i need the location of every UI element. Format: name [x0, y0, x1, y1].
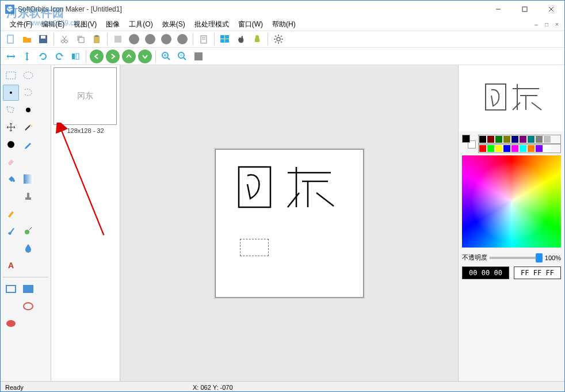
blur-tool[interactable]: [20, 240, 36, 256]
text-tool[interactable]: A: [3, 257, 19, 273]
menu-help[interactable]: 帮助(H): [268, 18, 300, 31]
color-swatch[interactable]: [543, 135, 551, 143]
new-file-button[interactable]: [4, 32, 18, 46]
android-icon[interactable]: [250, 32, 264, 46]
color-swatch[interactable]: [511, 144, 519, 153]
brush-size-small[interactable]: [3, 85, 19, 101]
menu-window[interactable]: 窗口(W): [234, 18, 268, 31]
paintbrush-tool[interactable]: [3, 223, 19, 239]
brush-tool[interactable]: [3, 205, 19, 222]
color-swatch[interactable]: [487, 144, 495, 153]
color-swatch[interactable]: [535, 144, 543, 153]
color-replace-tool[interactable]: [20, 223, 36, 239]
nav-right-button[interactable]: [106, 50, 120, 63]
stop-button[interactable]: [192, 50, 205, 63]
color-swatch[interactable]: [527, 135, 535, 143]
menu-effects[interactable]: 效果(S): [158, 18, 190, 31]
copy-button[interactable]: [74, 32, 87, 46]
pencil-tool[interactable]: [20, 136, 36, 153]
color-swatch[interactable]: [519, 144, 527, 153]
menu-edit[interactable]: 编辑(E): [37, 18, 69, 31]
svg-line-52: [25, 125, 30, 130]
color-swatch[interactable]: [479, 135, 487, 143]
menu-tools[interactable]: 工具(O): [124, 18, 157, 31]
circle-2-button[interactable]: [143, 32, 157, 46]
opacity-value: 100%: [545, 254, 561, 261]
color-swatch[interactable]: [503, 144, 511, 153]
menu-file[interactable]: 文件(F): [5, 18, 37, 31]
editing-canvas[interactable]: [215, 149, 364, 298]
color-swatch[interactable]: [511, 135, 519, 143]
mdi-restore[interactable]: □: [543, 20, 551, 28]
mdi-close[interactable]: ×: [553, 20, 561, 28]
fit-height-button[interactable]: [20, 50, 34, 63]
fg-bg-swatch[interactable]: [462, 135, 476, 149]
thumbnail-label: 128x128 - 32: [54, 127, 117, 134]
tool-panel: A: [1, 65, 51, 381]
color-swatch[interactable]: [495, 135, 503, 143]
flip-button[interactable]: [68, 50, 82, 63]
maximize-button[interactable]: [511, 1, 538, 18]
fill-tool[interactable]: [3, 171, 19, 187]
eraser-tool[interactable]: [3, 154, 19, 170]
new-icon-button[interactable]: [111, 32, 125, 46]
fit-width-button[interactable]: [4, 50, 18, 63]
color-swatch[interactable]: [487, 135, 495, 143]
bg-hex[interactable]: FF FF FF: [514, 267, 561, 279]
color-swatch[interactable]: [535, 135, 543, 143]
color-swatch[interactable]: [519, 135, 527, 143]
move-tool[interactable]: [3, 119, 19, 135]
menu-image[interactable]: 图像: [101, 18, 124, 31]
svg-point-65: [6, 320, 16, 327]
circle-1-button[interactable]: [127, 32, 141, 46]
rect-shape-tool[interactable]: [3, 281, 19, 297]
menu-view[interactable]: 视图(V): [69, 18, 101, 31]
select-rect-tool[interactable]: [3, 67, 19, 83]
apple-icon[interactable]: [234, 32, 248, 46]
svg-rect-25: [255, 38, 259, 42]
color-picker[interactable]: [462, 155, 561, 248]
polygon-lasso-tool[interactable]: [3, 102, 19, 118]
open-file-button[interactable]: [20, 32, 34, 46]
svg-point-26: [255, 35, 259, 39]
nav-up-button[interactable]: [122, 50, 136, 63]
magic-wand-tool[interactable]: [20, 119, 36, 135]
paste-button[interactable]: [90, 32, 104, 46]
circle-4-button[interactable]: [175, 32, 189, 46]
select-ellipse-tool[interactable]: [20, 67, 36, 83]
filled-rect-tool[interactable]: [20, 281, 36, 297]
settings-button[interactable]: [272, 32, 285, 46]
brush-size-medium[interactable]: [20, 102, 36, 118]
menu-batch[interactable]: 批处理模式: [190, 18, 234, 31]
opacity-slider[interactable]: [490, 257, 543, 259]
rotate-left-button[interactable]: [36, 50, 50, 63]
windows-icon[interactable]: [218, 32, 232, 46]
circle-3-button[interactable]: [159, 32, 173, 46]
stamp-tool[interactable]: [20, 188, 36, 204]
export-button[interactable]: [197, 32, 211, 46]
color-swatch[interactable]: [479, 144, 487, 153]
gradient-tool[interactable]: [20, 171, 36, 187]
icon-thumbnail[interactable]: 冈东: [54, 67, 117, 125]
cut-button[interactable]: [58, 32, 71, 46]
lasso-tool[interactable]: [20, 85, 36, 101]
color-swatch[interactable]: [495, 144, 503, 153]
nav-down-button[interactable]: [138, 50, 152, 63]
save-button[interactable]: [36, 32, 50, 46]
foreground-color[interactable]: [462, 135, 470, 143]
zoom-in-button[interactable]: [159, 50, 173, 63]
close-button[interactable]: [538, 1, 564, 18]
rotate-right-button[interactable]: [52, 50, 66, 63]
color-swatch[interactable]: [527, 144, 535, 153]
svg-rect-24: [225, 39, 229, 43]
mdi-minimize[interactable]: –: [532, 20, 540, 28]
fg-hex[interactable]: 00 00 00: [462, 267, 509, 279]
zoom-out-button[interactable]: [175, 50, 189, 63]
filled-ellipse-tool[interactable]: [3, 315, 19, 332]
nav-left-button[interactable]: [90, 50, 104, 63]
minimize-button[interactable]: [485, 1, 511, 18]
ellipse-shape-tool[interactable]: [20, 298, 36, 314]
color-swatch[interactable]: [503, 135, 511, 143]
color-swatch[interactable]: [543, 144, 551, 153]
brush-size-large[interactable]: [3, 136, 19, 153]
